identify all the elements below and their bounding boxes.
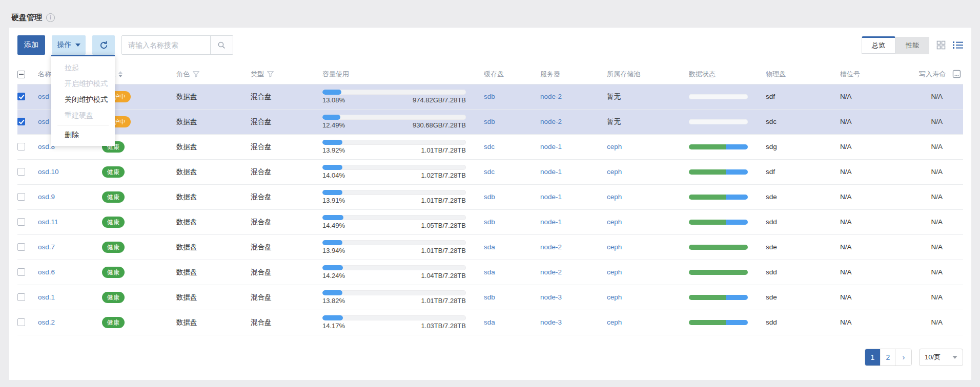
search-input[interactable] [122,36,210,54]
grid-view-button[interactable] [936,40,946,50]
row-checkbox[interactable] [17,193,25,201]
pool-link[interactable]: ceph [607,193,622,201]
row-select-cell [17,234,38,260]
list-view-button[interactable] [953,41,963,49]
cache-disk-link[interactable]: sda [484,318,495,326]
column-header-data_status: 数据状态 [689,64,766,84]
page-size-select[interactable]: 10/页 [919,349,963,366]
menu-item-关闭维护模式[interactable]: 关闭维护模式 [51,92,115,107]
select-all-checkbox[interactable] [17,71,25,78]
cache-disk-link[interactable]: sdb [484,193,495,201]
filter-funnel-icon[interactable] [193,71,199,77]
server-link[interactable]: node-3 [540,318,562,326]
refresh-button[interactable] [92,35,115,55]
row-checkbox[interactable] [17,268,25,276]
cache-disk-link[interactable]: sdc [484,143,495,150]
tab-总览[interactable]: 总览 [862,36,895,54]
status-cell: 健康 [102,184,176,209]
data-status-cell [689,134,766,159]
cache-disk-link[interactable]: sda [484,268,495,276]
server-link[interactable]: node-1 [540,143,562,150]
column-header-cache: 缓存盘 [484,64,540,84]
data-status-cell [689,109,766,134]
grid-icon [936,40,946,50]
cache-disk-link[interactable]: sdc [484,168,495,176]
cache-disk-link[interactable]: sda [484,243,495,251]
capacity-bar-fill [322,90,341,95]
disk-name-link[interactable]: osd [38,93,49,100]
pool-link[interactable]: ceph [607,318,622,326]
search-button[interactable] [210,36,233,54]
next-page-button[interactable]: › [896,349,911,365]
tab-性能[interactable]: 性能 [895,37,929,54]
disk-name-link[interactable]: osd.9 [38,193,55,201]
row-checkbox[interactable] [17,143,25,150]
disk-name-link[interactable]: osd.10 [38,168,59,176]
disk-name-link[interactable]: osd.11 [38,218,58,226]
cache-disk-link[interactable]: sdb [484,293,495,301]
pool-link[interactable]: ceph [607,268,622,276]
row-checkbox[interactable] [17,218,25,226]
row-select-cell [17,159,38,184]
page-button-1[interactable]: 1 [865,349,881,365]
server-link[interactable]: node-2 [540,118,562,125]
row-checkbox[interactable] [17,243,25,251]
pool-link[interactable]: ceph [607,218,622,226]
name-cell: osd.1 [38,285,102,310]
disk-name-link[interactable]: osd.7 [38,243,55,251]
filter-funnel-icon[interactable] [267,71,274,77]
cache-disk-link[interactable]: sdb [484,93,495,100]
pool-link[interactable]: ceph [607,168,622,176]
disk-name-link[interactable]: osd.1 [38,293,55,301]
status-cell: 健康 [102,159,176,184]
role-cell: 数据盘 [176,260,251,285]
server-cell: node-2 [540,234,607,260]
server-link[interactable]: node-2 [540,93,562,100]
data-status-green-segment [689,220,726,225]
server-link[interactable]: node-1 [540,193,562,201]
server-link[interactable]: node-3 [540,293,562,301]
page-button-2[interactable]: 2 [881,349,896,365]
disk-name-link[interactable]: osd.6 [38,268,55,276]
cache-disk-link[interactable]: sdb [484,218,495,226]
data-status-cell [689,310,766,335]
capacity-usage: 14.24%1.04TB/7.28TB [322,265,467,280]
row-checkbox[interactable] [17,168,25,176]
physical-disk-cell: sdf [766,159,840,184]
status-badge: 健康 [102,166,125,178]
server-link[interactable]: node-1 [540,168,562,176]
info-icon[interactable]: i [46,13,55,22]
column-header-role[interactable]: 角色 [176,64,251,84]
table-row: osd.1健康数据盘混合盘13.82%1.01TB/7.28TBsdbnode-… [17,285,963,310]
row-checkbox[interactable] [17,293,25,301]
row-checkbox[interactable] [17,118,25,125]
sort-icon[interactable] [118,71,122,77]
server-link[interactable]: node-2 [540,268,562,276]
actions-dropdown-button[interactable]: 操作 [52,35,86,55]
pool-link[interactable]: ceph [607,293,622,301]
menu-item-删除[interactable]: 删除 [51,127,115,143]
server-link[interactable]: node-1 [540,218,562,226]
capacity-bar-fill [322,165,342,170]
add-button[interactable]: 添加 [17,35,45,55]
slot-cell: N/A [840,260,909,285]
column-settings-icon[interactable] [952,70,961,78]
row-checkbox[interactable] [17,318,25,326]
pool-link[interactable]: ceph [607,143,622,150]
cache-cell: sdb [484,209,540,234]
disk-name-link[interactable]: osd [38,118,49,125]
capacity-size: 974.82GB/7.28TB [413,96,466,104]
role-cell: 数据盘 [176,184,251,209]
cache-disk-link[interactable]: sdb [484,118,495,125]
row-checkbox[interactable] [17,93,25,100]
write-life-cell: N/A [909,285,963,310]
data-status-blue-segment [726,195,748,200]
pool-link[interactable]: ceph [607,243,622,251]
type-cell: 混合盘 [251,184,322,209]
server-link[interactable]: node-2 [540,243,562,251]
toolbar: 添加 操作 总览性能 [17,35,963,55]
column-header-type[interactable]: 类型 [251,64,322,84]
server-cell: node-1 [540,134,607,159]
disk-name-link[interactable]: osd.2 [38,318,55,326]
table-row: osd.10健康数据盘混合盘14.04%1.02TB/7.28TBsdcnode… [17,159,963,184]
